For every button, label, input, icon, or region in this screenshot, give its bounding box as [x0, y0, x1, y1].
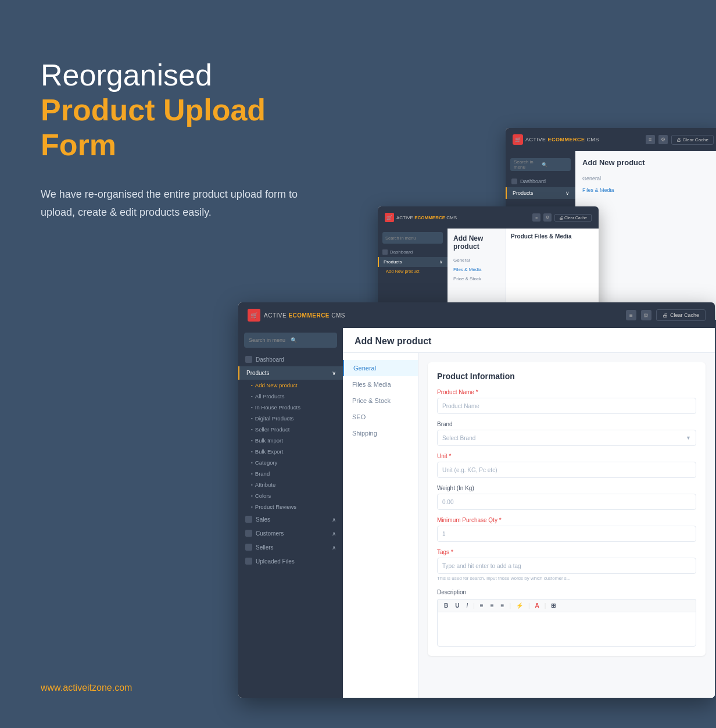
screen3-nav-dashboard[interactable]: Dashboard	[238, 352, 343, 366]
screen2-tabs: General Files & Media Price & Stock	[453, 256, 500, 283]
screen3-form-area: Product Information Product Name * Produ…	[418, 353, 715, 698]
screen2-nav-products[interactable]: Products ∨	[378, 257, 448, 267]
menu-icon-1: ≡	[646, 135, 655, 144]
screen2-tab-files[interactable]: Files & Media	[453, 266, 500, 273]
screen2-search[interactable]: Search in menu	[382, 232, 443, 244]
screen3-nav-sales[interactable]: Sales ∧	[238, 512, 343, 526]
chevron-sellers: ∧	[332, 544, 336, 551]
logo-text-1: ACTIVE ECOMMERCE CMS	[525, 137, 599, 142]
screen3-sub-brand[interactable]: Brand	[238, 468, 343, 479]
screen3-nav-sellers[interactable]: Sellers ∧	[238, 540, 343, 554]
form-section-title: Product Information	[437, 372, 696, 381]
screen3-main-header: Add New product	[343, 328, 715, 353]
clear-cache-btn-2[interactable]: 🖨 Clear Cache	[554, 214, 592, 222]
screen3-sub-reviews[interactable]: Product Reviews	[238, 501, 343, 512]
sellers-icon	[245, 544, 252, 551]
logo-icon-2: 🛒	[385, 213, 394, 222]
screen3-sub-colors[interactable]: Colors	[238, 490, 343, 501]
weight-input[interactable]: 0.00	[437, 494, 696, 510]
screen3-tab-price[interactable]: Price & Stock	[343, 392, 418, 409]
dashboard-icon-1	[511, 179, 517, 184]
description-editor[interactable]	[437, 612, 696, 647]
screen3-controls: ≡ ⚙ 🖨 Clear Cache	[626, 309, 706, 321]
unit-label: Unit *	[437, 453, 696, 459]
screen3-window: 🛒 ACTIVE ECOMMERCE CMS ≡ ⚙ 🖨 Clear Cache…	[238, 302, 715, 698]
description-label: Description	[437, 589, 696, 595]
underline-button[interactable]: U	[453, 602, 461, 609]
unit-input[interactable]: Unit (e.g. KG, Pc etc)	[437, 462, 696, 478]
screen1-logo: 🛒 ACTIVE ECOMMERCE CMS	[513, 134, 641, 145]
indent-button[interactable]: ≡	[489, 602, 496, 609]
screen1-tab-general[interactable]: General	[582, 174, 714, 183]
hero-description: We have re-organised the entire product …	[41, 185, 308, 221]
product-name-label: Product Name *	[437, 389, 696, 395]
screen3-sub-bulkexport[interactable]: Bulk Export	[238, 446, 343, 457]
chevron-icon-3: ∨	[332, 370, 336, 376]
screen3-sub-allproducts[interactable]: All Products	[238, 391, 343, 402]
logo-text-2: ACTIVE ECOMMERCE CMS	[396, 215, 457, 220]
search-icon-3: 🔍	[291, 337, 332, 343]
screen2-tab-general[interactable]: General	[453, 256, 500, 264]
screen3-sub-addnew[interactable]: Add New product	[238, 380, 343, 391]
tags-label: Tags *	[437, 549, 696, 555]
screen2-sub-addnew[interactable]: Add New product	[378, 267, 448, 276]
screen3-nav-products[interactable]: Products ∨	[238, 366, 343, 380]
description-section: Description B U I | ≡ ≡ ≡ | ⚡	[437, 589, 696, 647]
min-qty-row: Minimum Purchase Qty * 1	[437, 517, 696, 542]
bold-button[interactable]: B	[442, 602, 450, 609]
screen3-sub-bulkimport[interactable]: Bulk Import	[238, 435, 343, 446]
align-button[interactable]: ≡	[499, 602, 506, 609]
settings-icon-3[interactable]: ⚙	[641, 310, 651, 320]
list-button[interactable]: ≡	[478, 602, 485, 609]
weight-row: Weight (In Kg) 0.00	[437, 485, 696, 510]
screen3-sub-attribute[interactable]: Attribute	[238, 479, 343, 490]
settings-icon-2: ⚙	[543, 213, 552, 222]
screen2-nav-dashboard[interactable]: Dashboard	[378, 247, 448, 257]
logo-icon-1: 🛒	[513, 134, 523, 145]
product-name-input[interactable]: Product Name	[437, 398, 696, 414]
link-button[interactable]: ⚡	[514, 602, 525, 609]
screen3-sub-category[interactable]: Category	[238, 457, 343, 468]
screen1-search[interactable]: Search in menu 🔍	[510, 158, 571, 171]
screen1-page-title: Add New product	[582, 158, 714, 167]
color-button[interactable]: A	[534, 602, 541, 609]
hero-title-orange: Product Upload Form	[41, 93, 308, 163]
screen3-search[interactable]: Search in menu 🔍	[244, 333, 337, 348]
table-button[interactable]: ⊞	[549, 602, 557, 609]
clear-cache-btn-3[interactable]: 🖨 Clear Cache	[656, 309, 706, 321]
screen3-sub-digital[interactable]: Digital Products	[238, 413, 343, 424]
screen3-sub-inhouse[interactable]: In House Products	[238, 402, 343, 413]
screen3-tab-files[interactable]: Files & Media	[343, 376, 418, 392]
screen1-tab-files[interactable]: Files & Media	[582, 185, 714, 195]
chevron-customers: ∧	[332, 530, 336, 537]
italic-button[interactable]: I	[464, 602, 470, 609]
tags-helper-text: This is used for search. Input those wor…	[437, 576, 696, 581]
tags-input[interactable]: Type and hit enter to add a tag	[437, 558, 696, 574]
settings-icon-1: ⚙	[658, 135, 668, 144]
hero-section: Reorganised Product Upload Form We have …	[41, 58, 308, 222]
screen2-tab-price[interactable]: Price & Stock	[453, 275, 500, 283]
screen3-nav-uploaded[interactable]: Uploaded Files	[238, 554, 343, 568]
sales-icon	[245, 516, 252, 523]
screen1-header: 🛒 ACTIVE ECOMMERCE CMS ≡ ⚙ 🖨 Clear Cache	[506, 128, 716, 151]
min-qty-input[interactable]: 1	[437, 526, 696, 542]
brand-row: Brand Select Brand ▼	[437, 421, 696, 446]
screen2-logo: 🛒 ACTIVE ECOMMERCE CMS	[385, 213, 528, 222]
screen3-tab-shipping[interactable]: Shipping	[343, 425, 418, 441]
menu-icon-3[interactable]: ≡	[626, 310, 636, 320]
screen3-content: General Files & Media Price & Stock SEO …	[343, 353, 715, 698]
screen1-nav-products[interactable]: Products ∨	[506, 187, 575, 199]
weight-label: Weight (In Kg)	[437, 485, 696, 491]
dashboard-icon-2	[382, 249, 388, 255]
screen3-tab-general[interactable]: General	[343, 360, 418, 376]
brand-label: Brand	[437, 421, 696, 427]
clear-cache-btn-1[interactable]: 🖨 Clear Cache	[671, 135, 714, 145]
screen3-tab-seo[interactable]: SEO	[343, 409, 418, 425]
product-name-row: Product Name * Product Name	[437, 389, 696, 414]
brand-select[interactable]: Select Brand ▼	[437, 430, 696, 446]
screen2-controls: ≡ ⚙ 🖨 Clear Cache	[532, 213, 592, 222]
toolbar-separator-4: |	[545, 602, 546, 609]
screen3-nav-customers[interactable]: Customers ∧	[238, 526, 343, 540]
screen1-nav-dashboard[interactable]: Dashboard	[506, 176, 575, 187]
screen3-sub-seller[interactable]: Seller Product	[238, 424, 343, 435]
